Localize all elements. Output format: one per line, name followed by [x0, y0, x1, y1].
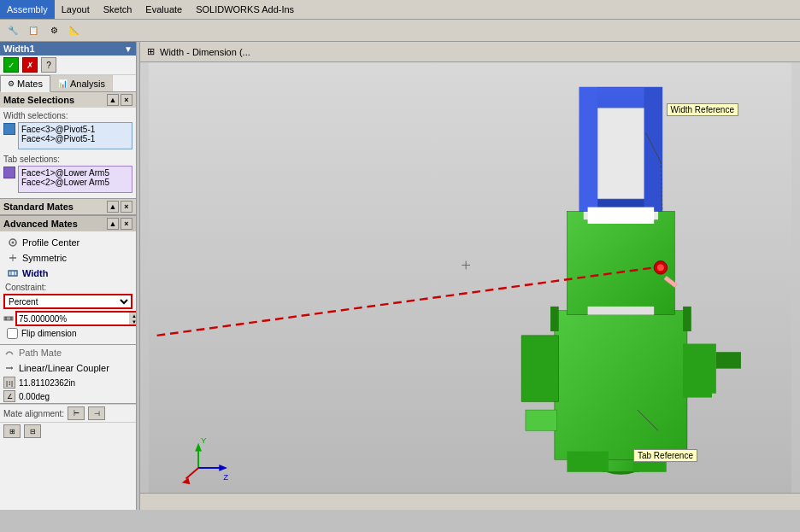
width-selection-box[interactable]: Face<3>@Pivot5-1 Face<4>@Pivot5-1 [18, 122, 132, 149]
panel-title: Width1 [3, 44, 35, 54]
svg-rect-19 [555, 311, 687, 459]
svg-rect-12 [149, 62, 791, 493]
flip-dimension-checkbox[interactable] [7, 328, 18, 339]
spin-buttons: ▲ ▼ [129, 313, 136, 324]
svg-rect-30 [591, 108, 650, 199]
tab-analysis[interactable]: 📊 Analysis [50, 75, 113, 91]
symmetric-icon [7, 252, 19, 264]
constraint-dropdown-row: Percent Distance Free [3, 294, 132, 309]
value-icon [3, 313, 14, 324]
svg-rect-35 [588, 208, 655, 224]
bottom-icon-2[interactable]: ⊟ [24, 424, 41, 438]
panel-title-bar: Width1 ▼ [0, 42, 136, 56]
advanced-mates-header[interactable]: Advanced Mates ▲ × [0, 215, 136, 231]
constraint-label: Constraint: [3, 283, 132, 292]
width-item-2: Face<4>@Pivot5-1 [21, 134, 129, 143]
align-icon-2[interactable]: ⊣ [88, 406, 105, 420]
svg-rect-4 [9, 271, 17, 276]
status-bar [140, 493, 800, 510]
cancel-button[interactable]: ✗ [22, 57, 38, 73]
tab-mates[interactable]: ⚙ Mates [0, 75, 50, 92]
spin-up[interactable]: ▲ [129, 313, 136, 319]
left-panel: Width1 ▼ ✓ ✗ ? ⚙ Mates 📊 Analysis Mate [0, 42, 137, 510]
spin-down[interactable]: ▼ [129, 319, 136, 324]
svg-text:Y: Y [201, 436, 207, 445]
coupler-icon [3, 362, 15, 374]
panel-close-button[interactable]: ▼ [124, 44, 132, 54]
path-mate-item[interactable]: Path Mate [0, 345, 136, 360]
coupler-icon2: ∠ [3, 390, 15, 402]
standard-collapse-btn[interactable]: ▲ [107, 201, 119, 213]
model-svg: Y Z [140, 62, 800, 493]
toolbar-btn-2[interactable]: 📋 [24, 21, 43, 40]
svg-rect-39 [567, 452, 608, 472]
tab-reference-label: Tab Reference [633, 449, 697, 462]
mate-profile-center[interactable]: Profile Center [3, 235, 132, 250]
menu-addins[interactable]: SOLIDWORKS Add-Ins [189, 0, 301, 19]
profile-center-icon [7, 237, 19, 248]
svg-rect-34 [644, 87, 662, 211]
standard-mates-section: Standard Mates ▲ × [0, 199, 136, 215]
main-layout: Width1 ▼ ✓ ✗ ? ⚙ Mates 📊 Analysis Mate [0, 42, 800, 510]
coupler-icon1: |↕| [3, 377, 15, 389]
help-button[interactable]: ? [41, 57, 56, 73]
menu-evaluate[interactable]: Evaluate [138, 0, 189, 19]
action-row: ✓ ✗ ? [0, 56, 136, 75]
tab-selections-label: Tab selections: [3, 155, 132, 164]
width-item-1: Face<3>@Pivot5-1 [21, 125, 129, 134]
confirm-button[interactable]: ✓ [3, 57, 19, 73]
svg-point-45 [657, 264, 664, 271]
toolbar-btn-1[interactable]: 🔧 [3, 21, 22, 40]
menu-assembly[interactable]: Assembly [0, 0, 55, 19]
model-area[interactable]: Y Z Width Reference Tab Reference [140, 62, 800, 493]
coupler-value1-row: |↕| 11.81102362in [0, 376, 136, 389]
bottom-panel-icons: ⊞ ⊟ [0, 422, 136, 440]
path-mate-icon [3, 347, 15, 359]
svg-rect-24 [716, 352, 741, 368]
svg-rect-38 [683, 307, 691, 331]
width-sel-icon [3, 123, 15, 135]
value-input[interactable] [17, 313, 129, 324]
toolbar-btn-3[interactable]: ⚙ [44, 21, 63, 40]
tab-selection-box[interactable]: Face<1>@Lower Arm5 Face<2>@Lower Arm5 [18, 166, 132, 193]
svg-rect-32 [579, 87, 597, 211]
coupler-value1: 11.81102362in [19, 378, 75, 388]
mate-symmetric[interactable]: Symmetric [3, 250, 132, 266]
svg-rect-43 [683, 385, 712, 398]
mate-selections-header[interactable]: Mate Selections ▲ × [0, 92, 136, 108]
constraint-select[interactable]: Percent Distance Free [3, 294, 132, 309]
close-section-btn[interactable]: × [121, 94, 132, 106]
svg-marker-11 [11, 366, 13, 370]
main-toolbar: 🔧 📋 ⚙ 📐 [0, 20, 800, 42]
tab-item-2: Face<2>@Lower Arm5 [21, 178, 129, 187]
align-icon-1[interactable]: ⊢ [68, 406, 85, 420]
value-row: ▲ ▼ [3, 311, 132, 326]
standard-mates-header[interactable]: Standard Mates ▲ × [0, 199, 136, 214]
svg-rect-36 [588, 307, 655, 315]
svg-text:Z: Z [223, 472, 228, 482]
toolbar-btn-4[interactable]: 📐 [65, 21, 84, 40]
advanced-mates-content: Profile Center Symmetric Wid [0, 231, 136, 344]
panel-scroll: Mate Selections ▲ × Width selections: Fa… [0, 92, 136, 510]
mate-alignment-row: Mate alignment: ⊢ ⊣ [0, 404, 136, 422]
menu-layout[interactable]: Layout [55, 0, 97, 19]
tab-item-1: Face<1>@Lower Arm5 [21, 168, 129, 178]
viewport-title-icon: ⊞ [147, 46, 155, 57]
mate-width[interactable]: Width [3, 266, 132, 281]
svg-rect-41 [526, 410, 557, 430]
width-selections-label: Width selections: [3, 111, 132, 120]
bottom-icon-1[interactable]: ⊞ [3, 424, 21, 438]
advanced-collapse-btn[interactable]: ▲ [107, 218, 119, 230]
menu-sketch[interactable]: Sketch [97, 0, 139, 19]
advanced-mates-section: Advanced Mates ▲ × Profile Center [0, 215, 136, 345]
svg-rect-37 [550, 307, 559, 331]
linear-coupler-item[interactable]: Linear/Linear Coupler [0, 360, 136, 376]
width-icon [7, 267, 19, 279]
advanced-close-btn[interactable]: × [121, 218, 132, 230]
standard-close-btn[interactable]: × [121, 201, 132, 213]
collapse-btn[interactable]: ▲ [107, 94, 119, 106]
tab-sel-icon [3, 167, 15, 178]
linear-coupler-section: Linear/Linear Coupler |↕| 11.81102362in … [0, 360, 136, 404]
width-reference-label: Width Reference [667, 103, 738, 116]
viewport-title: ⊞ Width - Dimension (... [140, 42, 800, 62]
